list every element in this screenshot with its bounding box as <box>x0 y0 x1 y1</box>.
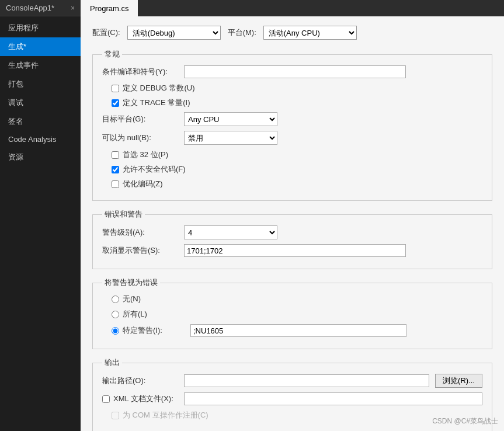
sidebar-item-app[interactable]: 应用程序 <box>0 19 81 37</box>
none-radio-row: 无(N) <box>102 294 482 304</box>
config-label: 配置(C): <box>92 27 120 38</box>
specific-radio-label: 特定警告(I): <box>123 325 187 336</box>
watermark: CSDN @C#菜鸟战士 <box>432 416 498 426</box>
treat-warnings-legend: 将警告视为错误 <box>102 277 160 288</box>
define-trace-checkbox[interactable] <box>112 99 119 107</box>
all-radio-label: 所有(L) <box>123 309 147 319</box>
warning-level-label: 警告级别(A): <box>102 227 178 238</box>
sidebar-header: ConsoleApp1* × <box>0 0 81 16</box>
warning-level-row: 警告级别(A): 4 <box>102 225 482 239</box>
sidebar-close-icon[interactable]: × <box>71 4 75 12</box>
sidebar-title: ConsoleApp1* <box>6 4 54 12</box>
optimize-checkbox[interactable] <box>112 180 119 188</box>
xml-doc-checkbox[interactable] <box>102 395 110 403</box>
config-select[interactable]: 活动(Debug) <box>127 26 221 40</box>
xml-doc-row: XML 文档文件(X): <box>102 392 482 405</box>
condition-row: 条件编译和符号(Y): <box>102 65 482 78</box>
sidebar-item-build-events[interactable]: 生成事件 <box>0 56 81 75</box>
define-trace-label: 定义 TRACE 常量(I) <box>123 98 190 108</box>
define-debug-row: 定义 DEBUG 常数(U) <box>102 83 482 93</box>
specific-input[interactable] <box>190 324 406 337</box>
none-radio[interactable] <box>112 296 119 303</box>
main-area: Program.cs 配置(C): 活动(Debug) 平台(M): 活动(An… <box>81 0 504 431</box>
platform-label: 平台(M): <box>228 27 256 38</box>
target-platform-select[interactable]: Any CPU <box>184 112 277 126</box>
config-row: 配置(C): 活动(Debug) 平台(M): 活动(Any CPU) <box>92 26 492 40</box>
general-section: 常规 条件编译和符号(Y): 定义 DEBUG 常数(U) 定义 TRACE 常… <box>92 49 492 201</box>
sidebar: ConsoleApp1* × 应用程序 生成* 生成事件 打包 调试 签名 Co… <box>0 0 81 431</box>
errors-section: 错误和警告 警告级别(A): 4 取消显示警告(S): <box>92 209 492 269</box>
com-register-label: 为 COM 互操作作注册(C) <box>123 410 208 420</box>
general-legend: 常规 <box>102 49 122 60</box>
prefer32-label: 首选 32 位(P) <box>123 150 168 160</box>
target-platform-row: 目标平台(G): Any CPU <box>102 112 482 126</box>
all-radio-row: 所有(L) <box>102 309 482 319</box>
prefer32-checkbox[interactable] <box>112 151 119 159</box>
output-path-input[interactable] <box>184 374 429 387</box>
optimize-row: 优化编码(Z) <box>102 179 482 189</box>
sidebar-item-resource[interactable]: 资源 <box>0 148 81 166</box>
condition-input[interactable] <box>184 65 406 78</box>
define-debug-label: 定义 DEBUG 常数(U) <box>123 83 195 93</box>
browse-button[interactable]: 浏览(R)... <box>435 374 482 388</box>
optimize-label: 优化编码(Z) <box>123 179 163 189</box>
nullable-select[interactable]: 禁用 <box>184 131 277 145</box>
errors-legend: 错误和警告 <box>102 209 145 220</box>
condition-label: 条件编译和符号(Y): <box>102 67 178 77</box>
target-platform-label: 目标平台(G): <box>102 114 178 124</box>
specific-radio[interactable] <box>112 327 119 335</box>
allow-unsafe-row: 允许不安全代码(F) <box>102 164 482 175</box>
output-path-row: 输出路径(O): 浏览(R)... <box>102 374 482 388</box>
suppress-row: 取消显示警告(S): <box>102 244 482 257</box>
nullable-row: 可以为 null(B): 禁用 <box>102 131 482 145</box>
xml-doc-checkbox-row: XML 文档文件(X): <box>102 394 178 404</box>
platform-select[interactable]: 活动(Any CPU) <box>263 26 357 40</box>
define-trace-row: 定义 TRACE 常量(I) <box>102 98 482 108</box>
sidebar-item-sign[interactable]: 签名 <box>0 112 81 131</box>
warning-level-select[interactable]: 4 <box>184 225 277 239</box>
xml-doc-input[interactable] <box>184 392 482 405</box>
tab-program-cs[interactable]: Program.cs <box>81 0 138 16</box>
sidebar-item-pack[interactable]: 打包 <box>0 75 81 93</box>
allow-unsafe-label: 允许不安全代码(F) <box>123 164 186 175</box>
sidebar-nav: 应用程序 生成* 生成事件 打包 调试 签名 Code Analysis 资源 <box>0 19 81 166</box>
sidebar-item-build[interactable]: 生成* <box>0 37 81 56</box>
nullable-label: 可以为 null(B): <box>102 133 178 143</box>
xml-doc-label: XML 文档文件(X): <box>113 394 173 404</box>
output-path-label: 输出路径(O): <box>102 376 178 386</box>
sidebar-item-code-analysis[interactable]: Code Analysis <box>0 131 81 148</box>
none-radio-label: 无(N) <box>123 294 141 304</box>
prefer32-row: 首选 32 位(P) <box>102 150 482 160</box>
allow-unsafe-checkbox[interactable] <box>112 166 119 173</box>
com-register-checkbox[interactable] <box>112 412 119 419</box>
suppress-label: 取消显示警告(S): <box>102 245 178 256</box>
suppress-input[interactable] <box>184 244 406 257</box>
content-area: 配置(C): 活动(Debug) 平台(M): 活动(Any CPU) 常规 条… <box>81 16 504 431</box>
define-debug-checkbox[interactable] <box>112 85 119 92</box>
specific-radio-row: 特定警告(I): <box>102 324 482 337</box>
treat-warnings-section: 将警告视为错误 无(N) 所有(L) 特定警告(I): <box>92 277 492 349</box>
tab-bar: Program.cs <box>81 0 504 16</box>
sidebar-item-debug[interactable]: 调试 <box>0 93 81 112</box>
output-legend: 输出 <box>102 357 122 368</box>
all-radio[interactable] <box>112 311 119 318</box>
com-register-row: 为 COM 互操作作注册(C) <box>102 410 482 420</box>
